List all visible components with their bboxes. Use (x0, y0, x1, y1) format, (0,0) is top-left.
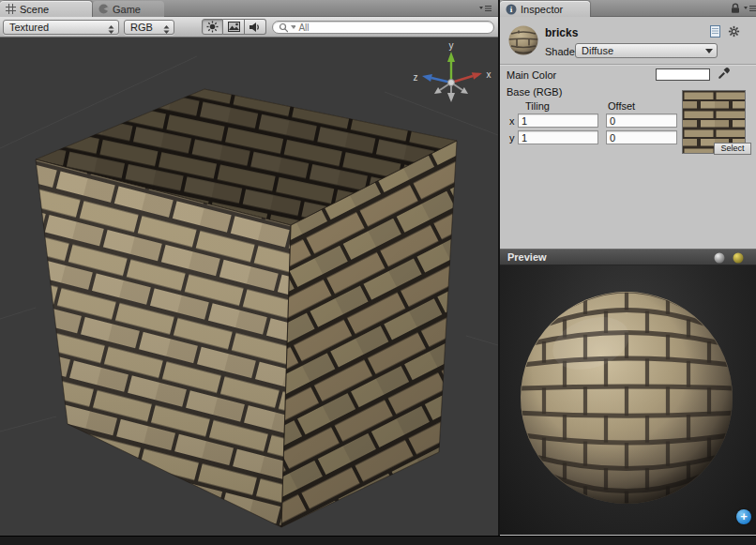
material-preview-viewport[interactable]: + (500, 265, 756, 535)
search-input[interactable] (298, 23, 488, 33)
preview-lighting-toggle-icon[interactable] (733, 252, 744, 265)
audio-toggle-button[interactable] (245, 19, 266, 35)
gizmo-x-axis[interactable]: x (451, 69, 491, 83)
tiling-row-x-axis-label: x (509, 115, 515, 127)
material-sphere-thumbnail[interactable] (507, 24, 539, 56)
tab-game[interactable]: Game (93, 1, 164, 17)
lit-toggle-icon (206, 21, 219, 33)
gear-icon[interactable] (728, 25, 740, 38)
base-map-label: Base (RGB) (507, 86, 562, 98)
preview-title: Preview (507, 251, 547, 263)
lighting-toggle-button[interactable] (202, 19, 223, 35)
preview-add-button[interactable]: + (736, 509, 751, 524)
tab-scene-label: Scene (20, 4, 49, 15)
gizmo-y-axis[interactable]: y (447, 40, 455, 83)
lock-icon[interactable] (731, 3, 742, 14)
audio-toggle-icon (249, 22, 262, 33)
scene-tabbar: Scene Game (0, 0, 498, 17)
skybox-toggle-button[interactable] (223, 19, 245, 35)
gizmo-x-label: x (487, 69, 491, 80)
shader-dropdown[interactable]: Diffuse (575, 43, 718, 58)
scene-grid-icon (6, 4, 16, 14)
material-name: bricks (545, 26, 578, 39)
dropdown-caret-icon (705, 49, 713, 53)
doc-icon[interactable] (710, 25, 720, 38)
main-color-swatch[interactable] (656, 68, 710, 81)
updown-caret-icon (163, 24, 170, 36)
tiling-header: Tiling (525, 100, 550, 112)
inspector-body: bricks Shader Diffuse Main Color Base (R… (500, 17, 756, 249)
shader-label: Shader (545, 46, 578, 57)
offset-x-input[interactable] (606, 114, 677, 128)
tab-game-label: Game (113, 4, 141, 15)
scene-orientation-gizmo[interactable]: y x z (409, 40, 495, 115)
scene-search-field[interactable] (272, 21, 494, 34)
inspector-tab-icon: i (506, 4, 517, 15)
window-bottom-edge (0, 536, 756, 545)
preview-sphere-toggle-icon[interactable] (714, 252, 725, 265)
inspector-panel-menu-icon[interactable] (743, 3, 756, 14)
tiling-y-input[interactable] (518, 130, 598, 144)
gizmo-z-label: z (414, 72, 418, 83)
gizmo-y-label: y (449, 40, 454, 51)
search-icon (279, 23, 288, 33)
skybox-toggle-icon (228, 22, 240, 32)
draw-mode-label: Textured (9, 22, 49, 33)
color-mode-dropdown[interactable]: RGB (124, 20, 174, 35)
tiling-row-y-axis-label: y (509, 132, 515, 144)
preview-brick-sphere (514, 285, 739, 510)
gizmo-z-axis[interactable]: z (414, 72, 452, 83)
inspector-tabbar: i Inspector (500, 0, 756, 17)
tiling-x-input[interactable] (518, 114, 598, 128)
updown-caret-icon (108, 24, 114, 36)
scene-viewport[interactable]: y x z (0, 38, 498, 536)
tab-inspector-label: Inspector (521, 4, 563, 15)
eyedropper-icon[interactable] (718, 67, 731, 80)
game-tab-icon (98, 4, 109, 14)
tab-inspector[interactable]: i Inspector (500, 1, 590, 17)
inspector-pane: i Inspector bri (500, 0, 756, 536)
shader-value: Diffuse (582, 45, 613, 56)
draw-mode-dropdown[interactable]: Textured (3, 20, 119, 35)
unity-window: Scene Game Textured RGB (0, 0, 756, 545)
tab-scene[interactable]: Scene (0, 1, 92, 17)
select-texture-button[interactable]: Select (714, 143, 751, 155)
header-separator (500, 64, 756, 66)
search-filter-caret-icon (291, 25, 295, 30)
preview-header[interactable]: Preview (500, 249, 756, 265)
offset-y-input[interactable] (606, 130, 677, 144)
color-mode-label: RGB (130, 22, 153, 33)
gizmo-center-cube[interactable] (448, 80, 455, 86)
scene-pane: Scene Game Textured RGB (0, 0, 498, 536)
main-color-label: Main Color (507, 69, 556, 81)
scene-toolbar: Textured RGB (0, 17, 498, 38)
scene-panel-menu-icon[interactable] (478, 3, 493, 14)
offset-header: Offset (608, 100, 635, 112)
brick-cube (36, 89, 457, 527)
